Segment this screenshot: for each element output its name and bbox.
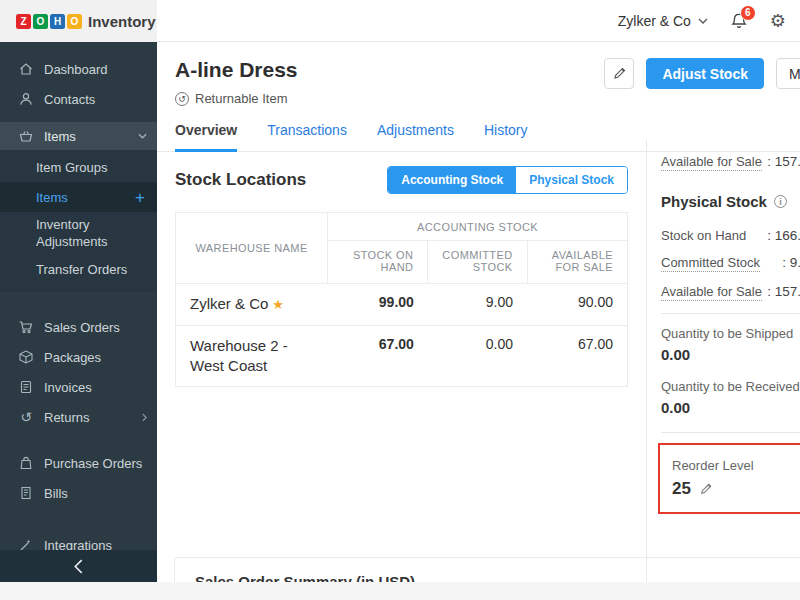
warehouse-name-cell: Warehouse 2 - West Coast xyxy=(176,326,328,387)
summary-row: Stock on Hand : 166.00 xyxy=(661,228,800,243)
person-icon xyxy=(18,91,34,107)
document-icon xyxy=(18,379,34,395)
sidebar-item-contacts[interactable]: Contacts xyxy=(0,84,157,114)
reorder-level-label: Reorder Level xyxy=(672,458,800,473)
qty-to-be-received-label: Quantity to be Received xyxy=(661,379,800,394)
qty-to-be-shipped-value: 0.00 xyxy=(661,346,800,363)
home-icon xyxy=(18,61,34,77)
item-type-label: Returnable Item xyxy=(195,91,288,106)
section-title: Stock Locations xyxy=(175,170,306,190)
available-for-sale-value: : 157.00 xyxy=(767,154,800,171)
chevron-down-icon xyxy=(698,18,708,24)
available-for-sale-cell: 90.00 xyxy=(527,284,627,326)
settings-button[interactable]: ⚙ xyxy=(770,12,786,30)
sidebar-item-sales-orders[interactable]: Sales Orders xyxy=(0,312,157,342)
column-header-committed-stock: COMMITTED STOCK xyxy=(428,241,527,284)
more-button[interactable]: More xyxy=(776,58,800,89)
sidebar-item-packages[interactable]: Packages xyxy=(0,342,157,372)
sidebar-item-invoices[interactable]: Invoices xyxy=(0,372,157,402)
viewport-bottom-strip xyxy=(0,582,800,600)
add-item-button[interactable]: + xyxy=(135,189,145,206)
sidebar: Dashboard Contacts Items Item Groups Ite… xyxy=(0,42,157,582)
physical-stock-toggle[interactable]: Physical Stock xyxy=(516,167,627,193)
column-header-warehouse: WAREHOUSE NAME xyxy=(176,213,328,284)
zoho-logo: Z O H O xyxy=(16,14,82,29)
logo-letter: H xyxy=(50,14,65,29)
cart-icon xyxy=(18,319,34,335)
available-for-sale-value: : 157.00 xyxy=(767,284,800,301)
edit-reorder-level-button[interactable] xyxy=(699,482,713,496)
logo-letter: Z xyxy=(16,14,31,29)
qty-to-be-shipped-label: Quantity to be Shipped xyxy=(661,326,800,341)
summary-row: Available for Sale : 157.00 xyxy=(661,154,800,171)
sidebar-item-returns[interactable]: ↺ Returns xyxy=(0,402,157,432)
sidebar-item-items[interactable]: Items + xyxy=(0,182,157,212)
notifications-button[interactable]: 6 xyxy=(730,12,748,30)
available-for-sale-label[interactable]: Available for Sale xyxy=(661,284,762,301)
stock-locations-table: WAREHOUSE NAME ACCOUNTING STOCK STOCK ON… xyxy=(175,212,628,387)
reorder-level-value: 25 xyxy=(672,479,691,499)
top-bar: Z O H O Inventory Zylker & Co 6 xyxy=(0,0,800,42)
sidebar-item-transfer-orders[interactable]: Transfer Orders xyxy=(0,254,157,284)
sidebar-collapse-button[interactable] xyxy=(0,550,157,582)
sidebar-item-items-group[interactable]: Items xyxy=(0,122,157,150)
committed-stock-value: : 9.00 xyxy=(782,255,800,272)
sidebar-item-label: Dashboard xyxy=(44,62,108,77)
available-for-sale-label[interactable]: Available for Sale xyxy=(661,154,762,171)
sidebar-item-label: Packages xyxy=(44,350,101,365)
page-title: A-line Dress xyxy=(175,58,298,82)
plus-icon: + xyxy=(135,188,145,207)
available-for-sale-cell: 67.00 xyxy=(527,326,627,387)
column-header-available-for-sale: AVAILABLE FOR SALE xyxy=(527,241,627,284)
main-content: A-line Dress ↺ Returnable Item Adjust St… xyxy=(157,42,800,582)
items-submenu: Item Groups Items + Inventory Adjustment… xyxy=(0,150,157,292)
sidebar-item-item-groups[interactable]: Item Groups xyxy=(0,152,157,182)
sidebar-item-bills[interactable]: Bills xyxy=(0,478,157,508)
stock-on-hand-value: : 166.00 xyxy=(767,228,800,243)
return-arrow-icon: ↺ xyxy=(18,409,34,425)
stock-on-hand-label: Stock on Hand xyxy=(661,228,746,243)
stock-on-hand-cell: 67.00 xyxy=(328,326,428,387)
item-summary-panel: Available for Sale : 157.00 Physical Sto… xyxy=(646,140,800,582)
sidebar-item-inventory-adjustments[interactable]: Inventory Adjustments xyxy=(0,212,157,254)
sidebar-item-label: Purchase Orders xyxy=(44,456,142,471)
app-switcher[interactable]: Z O H O Inventory xyxy=(0,0,157,42)
sidebar-item-label: Items xyxy=(36,189,68,206)
primary-warehouse-star-icon: ★ xyxy=(272,297,284,312)
gear-icon: ⚙ xyxy=(770,11,786,31)
returnable-icon: ↺ xyxy=(175,92,189,106)
basket-icon xyxy=(18,128,34,144)
column-group-header: ACCOUNTING STOCK xyxy=(328,213,628,241)
chevron-left-icon xyxy=(74,559,83,574)
reorder-level-highlight-annotation: Reorder Level 25 xyxy=(658,443,800,514)
committed-stock-label[interactable]: Committed Stock xyxy=(661,255,760,272)
pencil-icon xyxy=(612,66,627,81)
shopping-bag-icon xyxy=(18,455,34,471)
summary-row: Committed Stock : 9.00 xyxy=(661,255,800,272)
info-icon[interactable]: i xyxy=(774,195,787,208)
sidebar-item-label: Inventory Adjustments xyxy=(36,216,145,250)
receipt-icon xyxy=(18,485,34,501)
org-name: Zylker & Co xyxy=(618,13,691,29)
sidebar-item-label: Invoices xyxy=(44,380,92,395)
sidebar-item-dashboard[interactable]: Dashboard xyxy=(0,54,157,84)
package-icon xyxy=(18,349,34,365)
edit-item-button[interactable] xyxy=(604,58,634,89)
sidebar-item-label: Items xyxy=(44,129,76,144)
adjust-stock-button[interactable]: Adjust Stock xyxy=(646,58,764,89)
zoho-inventory-app: Z O H O Inventory Zylker & Co 6 xyxy=(0,0,800,600)
physical-stock-heading: Physical Stock i xyxy=(661,193,800,210)
stock-locations-section: Stock Locations Accounting Stock Physica… xyxy=(157,140,646,387)
divider xyxy=(661,432,800,433)
stock-on-hand-cell: 99.00 xyxy=(328,284,428,326)
summary-row: Available for Sale : 157.00 xyxy=(661,284,800,301)
committed-stock-cell: 9.00 xyxy=(428,284,527,326)
logo-letter: O xyxy=(67,14,82,29)
column-header-stock-on-hand: STOCK ON HAND xyxy=(328,241,428,284)
divider xyxy=(661,313,800,314)
org-selector[interactable]: Zylker & Co xyxy=(618,13,708,29)
accounting-stock-toggle[interactable]: Accounting Stock xyxy=(388,167,516,193)
sidebar-item-label: Bills xyxy=(44,486,68,501)
sidebar-item-purchase-orders[interactable]: Purchase Orders xyxy=(0,448,157,478)
item-type: ↺ Returnable Item xyxy=(175,91,298,106)
